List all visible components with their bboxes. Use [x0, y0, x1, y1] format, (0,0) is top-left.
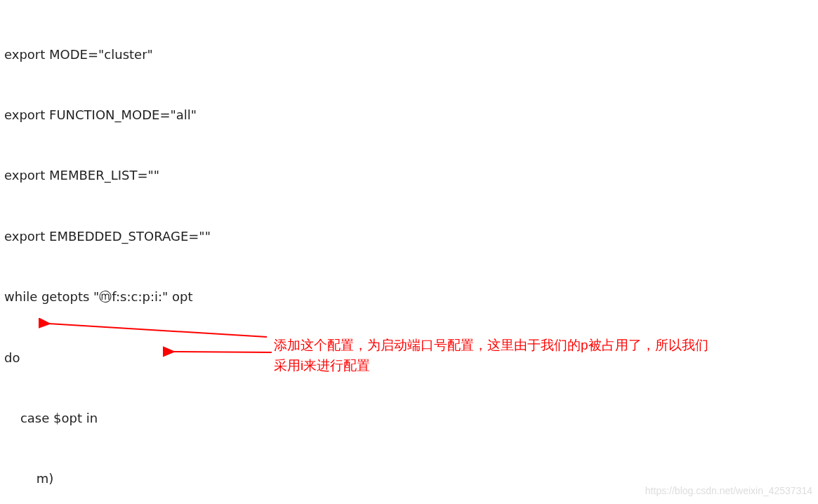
- code-line: case $opt in: [4, 409, 818, 429]
- code-line: while getopts "ⓜf:s:c:p:i:" opt: [4, 287, 818, 307]
- code-line: export EMBEDDED_STORAGE="": [4, 227, 818, 247]
- code-line: export MODE="cluster": [4, 45, 818, 65]
- annotation-line: 采用i来进行配置: [274, 356, 807, 376]
- code-line: export MEMBER_LIST="": [4, 166, 818, 186]
- code-line: m): [4, 469, 818, 489]
- annotation-line: 添加这个配置，为启动端口号配置，这里由于我们的p被占用了，所以我们: [274, 336, 807, 356]
- shell-script-code: export MODE="cluster" export FUNCTION_MO…: [4, 4, 818, 504]
- code-line: export FUNCTION_MODE="all": [4, 105, 818, 126]
- annotation-text: 添加这个配置，为启动端口号配置，这里由于我们的p被占用了，所以我们 采用i来进行…: [274, 336, 807, 376]
